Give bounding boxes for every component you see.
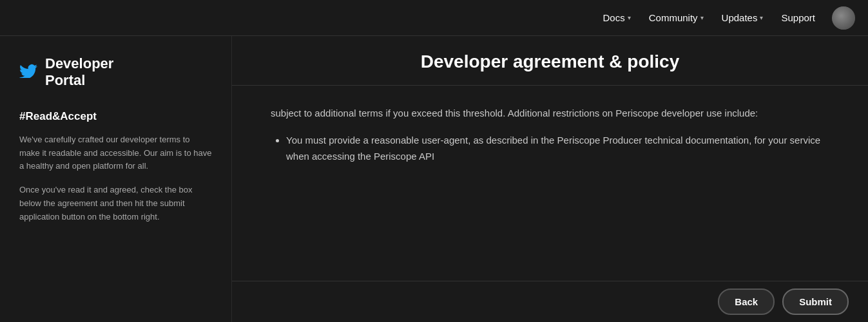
nav-items: Docs ▾ Community ▾ Updates ▾ Support — [597, 6, 855, 30]
sidebar-logo: Developer Portal — [19, 55, 212, 90]
sidebar-paragraph1: We've carefully crafted our developer te… — [19, 133, 212, 173]
sidebar-heading: #Read&Accept — [19, 110, 212, 123]
community-label: Community — [649, 12, 698, 23]
back-button[interactable]: Back — [718, 289, 775, 315]
content-body: subject to additional terms if you excee… — [232, 86, 868, 281]
nav-community[interactable]: Community ▾ — [642, 8, 710, 27]
sidebar: Developer Portal #Read&Accept We've care… — [0, 36, 232, 322]
docs-label: Docs — [603, 12, 625, 23]
content-header: Developer agreement & policy — [232, 36, 868, 86]
avatar-image — [832, 6, 855, 30]
bottom-action-bar: Back Submit — [232, 281, 868, 322]
updates-label: Updates — [722, 12, 758, 23]
support-label: Support — [781, 12, 815, 23]
top-navigation: Docs ▾ Community ▾ Updates ▾ Support — [0, 0, 868, 36]
restrictions-list: You must provide a reasonable user-agent… — [271, 132, 829, 165]
user-avatar[interactable] — [832, 6, 855, 30]
community-chevron-icon: ▾ — [700, 14, 704, 21]
portal-title: Developer Portal — [45, 55, 113, 90]
page-title: Developer agreement & policy — [232, 52, 868, 72]
agreement-text[interactable]: subject to additional terms if you excee… — [232, 86, 868, 281]
nav-docs[interactable]: Docs ▾ — [597, 8, 637, 27]
twitter-bird-icon — [19, 62, 37, 82]
sidebar-paragraph2: Once you've read it and agreed, check th… — [19, 184, 212, 223]
main-layout: Developer Portal #Read&Accept We've care… — [0, 0, 868, 322]
intro-paragraph: subject to additional terms if you excee… — [271, 105, 829, 122]
main-content: Developer agreement & policy subject to … — [232, 36, 868, 322]
nav-support[interactable]: Support — [775, 8, 822, 27]
restriction-item-1: You must provide a reasonable user-agent… — [286, 132, 829, 165]
updates-chevron-icon: ▾ — [760, 14, 763, 21]
docs-chevron-icon: ▾ — [628, 14, 631, 21]
nav-updates[interactable]: Updates ▾ — [715, 8, 770, 27]
submit-button[interactable]: Submit — [782, 289, 849, 315]
